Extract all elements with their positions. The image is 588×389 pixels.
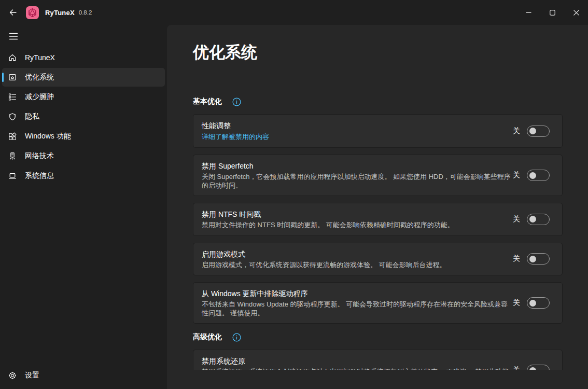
toggle-knob [529,172,536,179]
section-basic: 基本优化 性能调整 详细了解被禁用的内容 关 禁用 Superfetch 关闭 … [193,96,563,324]
toggle-state-label: 关 [513,298,520,308]
sections-container: 基本优化 性能调整 详细了解被禁用的内容 关 禁用 Superfetch 关闭 … [193,96,563,370]
toggle-knob [529,367,536,370]
toggle-knob [529,256,536,262]
optimize-icon [8,73,17,81]
app-title: RyTuneX [45,9,75,17]
setting-title: 禁用系统还原 [202,356,512,366]
debloat-icon [8,93,17,101]
toggle-switch[interactable] [527,365,550,370]
sidebar-item-debloat[interactable]: 减少臃肿 [2,88,165,106]
titlebar: RyTuneX 0.8.2 [0,0,588,25]
sidebar: RyTuneX 优化系统 减少臃肿 隐私 Windows 功能 网络技术 系统信… [0,25,167,389]
section-advanced: 高级优化 禁用系统还原 禁用系统还原，系统还原会创建还原点以在出现问题时将系统恢… [193,332,563,370]
setting-description: 禁用对文件操作的 NTFS 时间戳的更新。 可能会影响依赖精确时间戳的程序的功能… [202,221,512,230]
section-header: 基本优化 [193,96,563,107]
sidebar-item-system-info[interactable]: 系统信息 [2,166,165,185]
sidebar-nav: RyTuneX 优化系统 减少臃肿 隐私 Windows 功能 网络技术 系统信… [0,47,167,186]
close-button[interactable] [564,0,588,25]
toggle-switch[interactable] [527,126,550,137]
setting-card-disable-system-restore: 禁用系统还原 禁用系统还原，系统还原会创建还原点以在出现问题时将系统恢复到之前的… [193,350,563,370]
maximize-icon [550,10,555,16]
setting-title: 禁用 Superfetch [202,161,512,171]
toggle-switch[interactable] [527,297,550,309]
main-content: 优化系统 基本优化 性能调整 详细了解被禁用的内容 关 禁用 [167,25,588,389]
setting-description: 不包括来自 Windows Update 的驱动程序更新。 可能会导致过时的驱动… [202,300,512,317]
toggle-switch[interactable] [527,253,550,265]
sidebar-item-home[interactable]: RyTuneX [2,48,165,67]
toggle-state-label: 关 [513,254,520,263]
sidebar-item-windows-features[interactable]: Windows 功能 [2,127,165,146]
toggle-state-label: 关 [513,171,520,180]
cards-container: 性能调整 详细了解被禁用的内容 关 禁用 Superfetch 关闭 Super… [193,114,563,324]
laptop-icon [8,172,17,180]
setting-card-exclude-drivers-from-windows-update: 从 Windows 更新中排除驱动程序 不包括来自 Windows Update… [193,282,563,324]
sidebar-item-privacy[interactable]: 隐私 [2,107,165,126]
setting-description: 禁用系统还原，系统还原会创建还原点以在出现问题时将系统恢复到之前的状态。 不建议… [202,368,512,370]
window-controls [516,0,588,25]
hamburger-icon [9,33,18,40]
sidebar-footer: 设置 [0,365,167,386]
nav-menu-button[interactable] [3,27,24,45]
section-header: 高级优化 [193,332,563,342]
maximize-button[interactable] [540,0,564,25]
setting-card-performance-tweaks: 性能调整 详细了解被禁用的内容 关 [193,114,563,148]
toggle-switch[interactable] [527,170,550,181]
setting-description: 启用游戏模式，可优化系统资源以获得更流畅的游戏体验。 可能会影响后台进程。 [202,261,512,270]
back-button[interactable] [3,4,23,21]
app-version: 0.8.2 [79,9,92,16]
page-title: 优化系统 [193,25,563,63]
home-icon [8,53,17,62]
features-icon [8,132,17,141]
setting-description: 关闭 Superfetch，它会预加载常用的应用程序以加快启动速度。 如果您使用… [202,173,512,190]
sidebar-item-settings[interactable]: 设置 [2,366,165,385]
setting-card-enable-game-mode: 启用游戏模式 启用游戏模式，可优化系统资源以获得更流畅的游戏体验。 可能会影响后… [193,243,563,276]
shield-icon [8,113,17,121]
info-icon[interactable] [232,333,241,342]
cards-container: 禁用系统还原 禁用系统还原，系统还原会创建还原点以在出现问题时将系统恢复到之前的… [193,350,563,370]
sidebar-item-optimize-system[interactable]: 优化系统 [2,68,165,87]
setting-card-disable-superfetch: 禁用 Superfetch 关闭 Superfetch，它会预加载常用的应用程序… [193,155,563,196]
setting-card-disable-ntfs-timestamp: 禁用 NTFS 时间戳 禁用对文件操作的 NTFS 时间戳的更新。 可能会影响依… [193,203,563,236]
minimize-button[interactable] [516,0,540,25]
info-icon[interactable] [232,98,241,106]
toggle-state-label: 关 [513,366,520,370]
minimize-icon [526,10,531,16]
setting-title: 从 Windows 更新中排除驱动程序 [202,288,512,299]
setting-title: 启用游戏模式 [202,249,512,259]
toggle-switch[interactable] [527,214,550,225]
learn-more-link[interactable]: 详细了解被禁用的内容 [202,132,269,142]
toggle-state-label: 关 [513,215,520,224]
section-title: 基本优化 [193,97,222,106]
network-icon [8,152,17,160]
app-logo [26,6,39,19]
back-arrow-icon [9,8,17,17]
gear-icon [8,371,17,380]
section-title: 高级优化 [193,332,222,342]
toggle-knob [529,128,536,134]
sidebar-item-network-tech[interactable]: 网络技术 [2,147,165,165]
setting-title: 性能调整 [202,120,512,131]
toggle-state-label: 关 [513,127,520,136]
setting-title: 禁用 NTFS 时间戳 [202,209,512,219]
scroll-viewport[interactable]: 优化系统 基本优化 性能调整 详细了解被禁用的内容 关 禁用 [167,25,588,370]
toggle-knob [529,216,536,223]
toggle-knob [529,300,536,307]
close-icon [573,10,579,16]
